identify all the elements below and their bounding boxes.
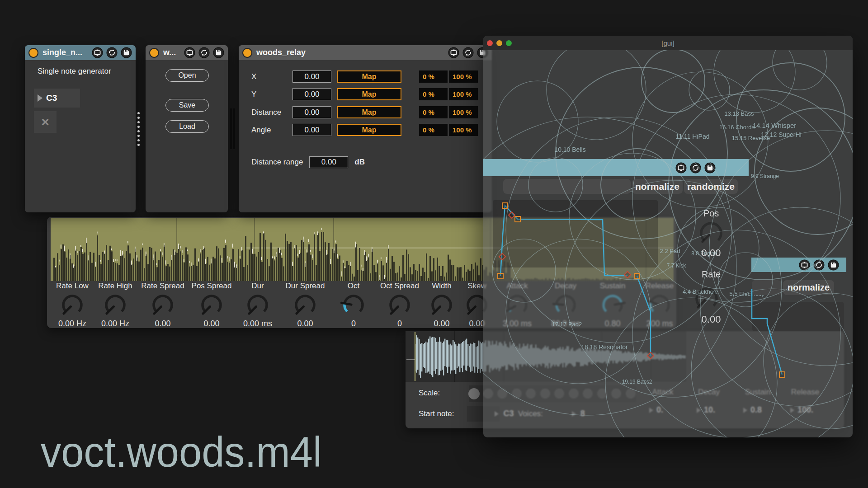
note-spinner-icon[interactable] [38, 94, 42, 102]
param-value[interactable]: 0.00 [292, 70, 331, 83]
presentation-icon[interactable] [92, 47, 103, 58]
desktop: voct.woods.m4l Rate Low0.00 HzRate High0… [0, 0, 868, 488]
pos-knob[interactable] [698, 220, 725, 247]
distance-range-label: Distance range [251, 158, 303, 167]
save-icon[interactable] [213, 47, 224, 58]
map-button[interactable]: Map [337, 106, 401, 118]
power-lamp-icon[interactable] [242, 48, 252, 58]
knob-value[interactable]: 0 [329, 319, 378, 328]
map-button[interactable]: Map [337, 124, 401, 136]
sample-node-label[interactable]: 7.7 Kick [667, 263, 686, 269]
sample-node-label[interactable]: 18.18 Resonator [581, 343, 628, 351]
gui-titlebar[interactable]: [gui] [483, 36, 853, 50]
normalize2-button[interactable]: normalize [783, 280, 834, 295]
save-icon[interactable] [828, 259, 839, 271]
save-button[interactable]: Save [165, 99, 209, 112]
knob-value[interactable]: 0.00 [280, 319, 330, 328]
relay-row-x: X 0.00 Map 0 % 100 % [239, 70, 492, 83]
sample-node-label[interactable]: 17.17 Pad2 [552, 321, 582, 328]
knob-value[interactable]: 0.00 Hz [90, 319, 140, 328]
pos-value[interactable]: 0.00 [702, 247, 721, 259]
window-file: w... Open Save Load [146, 45, 228, 212]
presentation-icon[interactable] [184, 47, 195, 58]
reload-icon[interactable] [690, 162, 701, 174]
single-note-titlebar[interactable]: single_n... [25, 45, 136, 60]
start-note-label: Start note: [419, 409, 454, 418]
knob-value[interactable]: 0.00 Hz [47, 319, 97, 328]
presentation-icon[interactable] [799, 259, 810, 271]
patch-cable [230, 108, 232, 149]
knob-rate-spread[interactable]: Rate Spread0.00 [138, 282, 188, 328]
open-button[interactable]: Open [165, 69, 209, 82]
knob-oct[interactable]: Oct0 [329, 282, 378, 328]
distance-range-value[interactable]: 0.00 [309, 156, 348, 168]
map-button[interactable]: Map [337, 88, 401, 100]
knob-value[interactable]: 0.00 [187, 319, 236, 328]
file-titlebar[interactable]: w... [146, 45, 228, 60]
knob-dur-spread[interactable]: Dur Spread0.00 [280, 282, 330, 328]
scale-label: Scale: [419, 389, 440, 398]
sample-node-label[interactable]: 2.2 Pad [660, 248, 680, 254]
sample-node-label[interactable]: 16.16 Chords [719, 124, 755, 131]
knob-label: Pos Spread [187, 282, 236, 291]
presentation-icon[interactable] [448, 47, 459, 58]
gui-window-title: [gui] [483, 39, 853, 47]
min-percent[interactable]: 0 % [419, 106, 448, 118]
sample-node-label[interactable]: 19.19 Bass2 [622, 379, 652, 385]
knob-label: Dur Spread [280, 282, 330, 291]
relay-row-distance: Distance 0.00 Map 0 % 100 % [239, 106, 492, 118]
knob-dur[interactable]: Dur0.00 ms [233, 282, 283, 328]
strip-segment[interactable] [503, 179, 631, 194]
note-value[interactable]: C3 [46, 93, 57, 103]
min-percent[interactable]: 0 % [419, 124, 448, 136]
param-value[interactable]: 0.00 [292, 124, 331, 136]
min-percent[interactable]: 0 % [419, 88, 448, 100]
param-value[interactable]: 0.00 [292, 88, 331, 100]
strip-segment-2[interactable] [752, 280, 782, 295]
save-icon[interactable] [704, 162, 716, 174]
sample-node-label[interactable]: 10.10 Bells [554, 146, 585, 153]
titlebar-icons [448, 47, 488, 58]
relay-row-angle: Angle 0.00 Map 0 % 100 % [239, 124, 492, 136]
note-selector[interactable]: C3 [34, 89, 80, 108]
reload-icon[interactable] [106, 47, 118, 58]
knob-label: Dur [233, 282, 283, 291]
reload-icon[interactable] [813, 259, 825, 271]
save-icon[interactable] [121, 47, 132, 58]
sample-node-label[interactable]: 14.14 Whisper [753, 122, 797, 129]
sample-node-label[interactable]: 15.15 Reverse [732, 135, 770, 141]
knob-value[interactable]: 0.00 [138, 319, 188, 328]
max-percent[interactable]: 100 % [449, 70, 478, 83]
power-lamp-icon[interactable] [28, 48, 38, 58]
sample-node-label[interactable]: 9.9 Strange [751, 173, 779, 179]
sample-node-label[interactable]: 11.11 HiPad [676, 133, 710, 140]
normalize-button[interactable]: normalize [632, 179, 683, 194]
presentation-icon[interactable] [675, 162, 687, 174]
reload-icon[interactable] [198, 47, 210, 58]
clear-note-button[interactable]: × [34, 111, 57, 133]
knob-label: Rate Spread [138, 282, 188, 291]
scale-dot-1[interactable] [468, 388, 480, 399]
rate-value[interactable]: 0.00 [702, 314, 721, 325]
envelope-panel[interactable] [493, 200, 658, 267]
knob-rate-low[interactable]: Rate Low0.00 Hz [47, 282, 97, 328]
max-percent[interactable]: 100 % [449, 124, 478, 136]
power-lamp-icon[interactable] [149, 48, 159, 58]
rate-knob[interactable] [693, 285, 720, 312]
load-button[interactable]: Load [165, 120, 209, 133]
min-percent[interactable]: 0 % [419, 70, 448, 83]
reload-icon[interactable] [462, 47, 474, 58]
param-value[interactable]: 0.00 [292, 106, 331, 118]
knob-rate-high[interactable]: Rate High0.00 Hz [90, 282, 140, 328]
max-percent[interactable]: 100 % [449, 106, 478, 118]
sample-node-label[interactable]: 13.13 Bass [724, 110, 754, 117]
titlebar-icons [184, 47, 224, 58]
window-woods-relay: woods_relay X 0.00 Map 0 % 100 % Y 0.00 … [239, 45, 492, 212]
relay-titlebar[interactable]: woods_relay [239, 45, 492, 60]
map-button[interactable]: Map [337, 70, 401, 83]
knob-value[interactable]: 0.00 ms [233, 319, 283, 328]
window-title: w... [163, 48, 184, 57]
randomize-button[interactable]: randomize [684, 179, 738, 194]
max-percent[interactable]: 100 % [449, 88, 478, 100]
knob-pos-spread[interactable]: Pos Spread0.00 [187, 282, 236, 328]
